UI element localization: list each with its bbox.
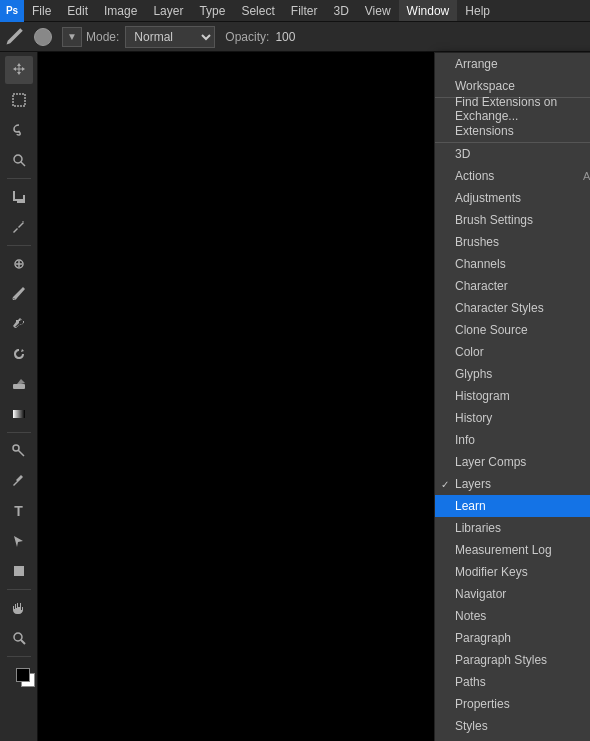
opacity-value: 100 — [275, 30, 295, 44]
mode-label: Mode: — [86, 30, 119, 44]
brush-size-preview[interactable] — [28, 22, 58, 52]
menu-item-workspace[interactable]: Workspace — [435, 75, 590, 97]
svg-rect-0 — [13, 94, 25, 106]
menu-item-glyphs[interactable]: Glyphs — [435, 363, 590, 385]
menu-item-paragraph[interactable]: Paragraph — [435, 627, 590, 649]
brush-tool-icon — [4, 27, 24, 47]
canvas-area: Arrange Workspace Find Extensions on Exc… — [38, 52, 590, 741]
menubar: Ps File Edit Image Layer Type Select Fil… — [0, 0, 590, 22]
svg-point-1 — [14, 155, 22, 163]
main-area: T Arrange — [0, 52, 590, 741]
svg-line-12 — [21, 640, 25, 644]
brush-toggle-button[interactable]: ▼ — [62, 27, 82, 47]
dodge-tool[interactable] — [5, 437, 33, 465]
move-tool[interactable] — [5, 56, 33, 84]
menu-select[interactable]: Select — [233, 0, 282, 21]
menu-help[interactable]: Help — [457, 0, 498, 21]
path-select-tool[interactable] — [5, 527, 33, 555]
svg-rect-7 — [13, 410, 25, 418]
menu-item-actions[interactable]: Actions Alt+F9 — [435, 165, 590, 187]
pen-tool[interactable] — [5, 467, 33, 495]
menu-item-notes[interactable]: Notes — [435, 605, 590, 627]
app-logo: Ps — [0, 0, 24, 22]
menu-item-color[interactable]: Color F6 — [435, 341, 590, 363]
tool-divider-5 — [7, 656, 31, 657]
menu-section-extensions: Find Extensions on Exchange... Extension… — [435, 98, 590, 143]
menu-item-character-styles[interactable]: Character Styles — [435, 297, 590, 319]
type-tool[interactable]: T — [5, 497, 33, 525]
lasso-tool[interactable] — [5, 116, 33, 144]
mode-select[interactable]: Normal Multiply Screen — [125, 26, 215, 48]
menu-layer[interactable]: Layer — [145, 0, 191, 21]
options-toolbar: ▼ Mode: Normal Multiply Screen Opacity: … — [0, 22, 590, 52]
menu-edit[interactable]: Edit — [59, 0, 96, 21]
menu-filter[interactable]: Filter — [283, 0, 326, 21]
menu-item-adjustments[interactable]: Adjustments — [435, 187, 590, 209]
eyedropper-tool[interactable] — [5, 213, 33, 241]
svg-line-9 — [18, 450, 24, 456]
menu-item-brush-settings[interactable]: Brush Settings F5 — [435, 209, 590, 231]
menu-item-libraries[interactable]: Libraries — [435, 517, 590, 539]
menu-file[interactable]: File — [24, 0, 59, 21]
menu-item-paths[interactable]: Paths — [435, 671, 590, 693]
menu-item-swatches[interactable]: Swatches — [435, 737, 590, 741]
menu-section-panels: 3D Actions Alt+F9 Adjustments Brush Sett… — [435, 143, 590, 741]
menu-item-properties[interactable]: Properties — [435, 693, 590, 715]
menu-item-channels[interactable]: Channels — [435, 253, 590, 275]
menu-item-measurement-log[interactable]: Measurement Log — [435, 539, 590, 561]
svg-line-2 — [21, 162, 25, 166]
gradient-tool[interactable] — [5, 400, 33, 428]
eraser-tool[interactable] — [5, 370, 33, 398]
menu-item-histogram[interactable]: Histogram — [435, 385, 590, 407]
history-brush-tool[interactable] — [5, 340, 33, 368]
menu-item-learn[interactable]: Learn — [435, 495, 590, 517]
menu-item-brushes[interactable]: Brushes — [435, 231, 590, 253]
menu-item-arrange[interactable]: Arrange — [435, 53, 590, 75]
hand-tool[interactable] — [5, 594, 33, 622]
tool-divider-1 — [7, 178, 31, 179]
crop-tool[interactable] — [5, 183, 33, 211]
menu-item-history[interactable]: History — [435, 407, 590, 429]
opacity-label: Opacity: — [225, 30, 269, 44]
window-menu-dropdown: Arrange Workspace Find Extensions on Exc… — [434, 52, 590, 741]
tool-divider-3 — [7, 432, 31, 433]
shape-tool[interactable] — [5, 557, 33, 585]
menu-item-character[interactable]: Character — [435, 275, 590, 297]
menu-view[interactable]: View — [357, 0, 399, 21]
menu-item-navigator[interactable]: Navigator — [435, 583, 590, 605]
menu-item-clone-source[interactable]: Clone Source — [435, 319, 590, 341]
menu-image[interactable]: Image — [96, 0, 145, 21]
tool-divider-4 — [7, 589, 31, 590]
menu-item-find-extensions[interactable]: Find Extensions on Exchange... — [435, 98, 590, 120]
tool-divider-2 — [7, 245, 31, 246]
svg-rect-10 — [14, 566, 24, 576]
healing-tool[interactable] — [5, 250, 33, 278]
menu-3d[interactable]: 3D — [325, 0, 356, 21]
menu-item-styles[interactable]: Styles — [435, 715, 590, 737]
menu-item-3d[interactable]: 3D — [435, 143, 590, 165]
menu-item-modifier-keys[interactable]: Modifier Keys — [435, 561, 590, 583]
quick-select-tool[interactable] — [5, 146, 33, 174]
menu-type[interactable]: Type — [191, 0, 233, 21]
menu-item-info[interactable]: Info F8 — [435, 429, 590, 451]
menu-item-layer-comps[interactable]: Layer Comps — [435, 451, 590, 473]
marquee-tool[interactable] — [5, 86, 33, 114]
zoom-tool[interactable] — [5, 624, 33, 652]
menu-item-extensions[interactable]: Extensions — [435, 120, 590, 142]
svg-rect-6 — [13, 384, 25, 389]
tools-panel: T — [0, 52, 38, 741]
brush-tool-sidebar[interactable] — [5, 280, 33, 308]
foreground-color-swatch[interactable] — [5, 661, 33, 689]
clone-stamp-tool[interactable] — [5, 310, 33, 338]
menu-window[interactable]: Window — [399, 0, 458, 21]
menu-item-paragraph-styles[interactable]: Paragraph Styles — [435, 649, 590, 671]
menu-section-arrange: Arrange Workspace — [435, 53, 590, 98]
menu-item-layers[interactable]: ✓ Layers F7 — [435, 473, 590, 495]
svg-point-11 — [14, 633, 22, 641]
